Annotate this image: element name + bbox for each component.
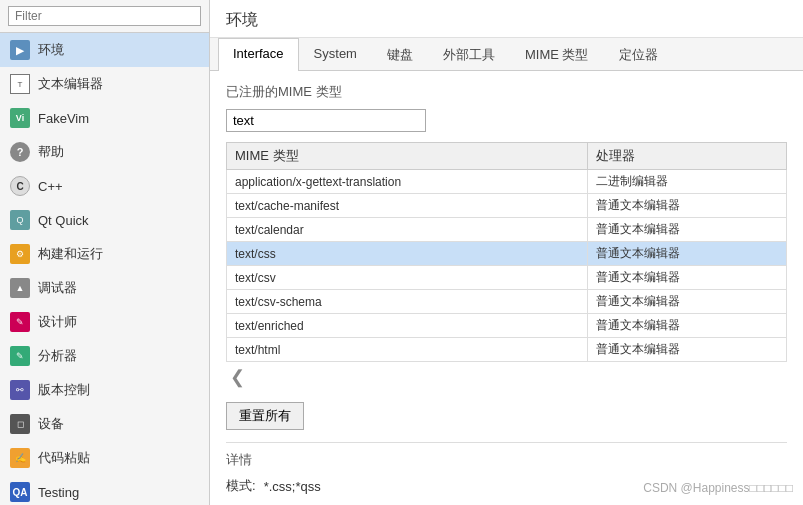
tab-locator[interactable]: 定位器 — [604, 38, 673, 71]
tab-interface[interactable]: Interface — [218, 38, 299, 71]
sidebar-item-texteditor[interactable]: T文本编辑器 — [0, 67, 209, 101]
sidebar-item-testing[interactable]: QATesting — [0, 475, 209, 505]
table-row[interactable]: text/html普通文本编辑器 — [227, 338, 787, 362]
handler-cell: 普通文本编辑器 — [587, 218, 786, 242]
sidebar-item-label-clipboard: 代码粘贴 — [38, 449, 199, 467]
handler-cell: 普通文本编辑器 — [587, 194, 786, 218]
sidebar-item-label-env: 环境 — [38, 41, 199, 59]
tab-bar: InterfaceSystem键盘外部工具MIME 类型定位器 — [210, 38, 803, 71]
content-area: 已注册的MIME 类型 MIME 类型 处理器 application/x-ge… — [210, 71, 803, 505]
main-content: 环境 InterfaceSystem键盘外部工具MIME 类型定位器 已注册的M… — [210, 0, 803, 505]
sidebar-item-device[interactable]: ◻设备 — [0, 407, 209, 441]
mime-cell: text/calendar — [227, 218, 588, 242]
table-row[interactable]: text/csv普通文本编辑器 — [227, 266, 787, 290]
sidebar-item-cpp[interactable]: CC++ — [0, 169, 209, 203]
sidebar-item-label-debug: 调试器 — [38, 279, 199, 297]
sidebar-item-label-build: 构建和运行 — [38, 245, 199, 263]
handler-cell: 普通文本编辑器 — [587, 338, 786, 362]
mime-table: MIME 类型 处理器 application/x-gettext-transl… — [226, 142, 787, 362]
sidebar: ▶环境T文本编辑器ViFakeVim?帮助CC++QQt Quick⚙构建和运行… — [0, 0, 210, 505]
section-registered-mime: 已注册的MIME 类型 — [226, 83, 787, 101]
handler-cell: 二进制编辑器 — [587, 170, 786, 194]
sidebar-item-env[interactable]: ▶环境 — [0, 33, 209, 67]
table-row[interactable]: text/enriched普通文本编辑器 — [227, 314, 787, 338]
handler-col-header: 处理器 — [587, 143, 786, 170]
sidebar-item-clipboard[interactable]: ✍代码粘贴 — [0, 441, 209, 475]
table-row[interactable]: text/css普通文本编辑器 — [227, 242, 787, 266]
tab-keyboard[interactable]: 键盘 — [372, 38, 428, 71]
mime-cell: text/cache-manifest — [227, 194, 588, 218]
reset-button-row: 重置所有 — [226, 394, 787, 430]
handler-cell: 普通文本编辑器 — [587, 266, 786, 290]
handler-cell: 普通文本编辑器 — [587, 290, 786, 314]
search-row — [226, 109, 787, 132]
sidebar-item-build[interactable]: ⚙构建和运行 — [0, 237, 209, 271]
pattern-label: 模式: — [226, 477, 256, 495]
sidebar-item-label-testing: Testing — [38, 485, 199, 500]
sidebar-item-designer[interactable]: ✎设计师 — [0, 305, 209, 339]
pattern-value: *.css;*qss — [264, 479, 321, 494]
detail-title: 详情 — [226, 451, 787, 469]
sidebar-item-qtquick[interactable]: QQt Quick — [0, 203, 209, 237]
scrollbar-row: ❮ — [226, 366, 787, 388]
tab-mime[interactable]: MIME 类型 — [510, 38, 604, 71]
sidebar-item-help[interactable]: ?帮助 — [0, 135, 209, 169]
sidebar-item-label-help: 帮助 — [38, 143, 199, 161]
sidebar-item-vcs[interactable]: ⚯版本控制 — [0, 373, 209, 407]
tab-system[interactable]: System — [299, 38, 372, 71]
mime-cell: text/html — [227, 338, 588, 362]
mime-cell: text/css — [227, 242, 588, 266]
detail-section: 详情 模式: *.css;*qss Magic Header类型范围优先级 — [226, 442, 787, 505]
table-row[interactable]: text/cache-manifest普通文本编辑器 — [227, 194, 787, 218]
filter-box — [0, 0, 209, 33]
sidebar-item-label-cpp: C++ — [38, 179, 199, 194]
table-row[interactable]: text/calendar普通文本编辑器 — [227, 218, 787, 242]
sidebar-item-label-device: 设备 — [38, 415, 199, 433]
reset-button[interactable]: 重置所有 — [226, 402, 304, 430]
sidebar-item-label-vcs: 版本控制 — [38, 381, 199, 399]
handler-cell: 普通文本编辑器 — [587, 314, 786, 338]
sidebar-item-analyzer[interactable]: ✎分析器 — [0, 339, 209, 373]
mime-cell: text/enriched — [227, 314, 588, 338]
table-row[interactable]: application/x-gettext-translation二进制编辑器 — [227, 170, 787, 194]
sidebar-item-label-qtquick: Qt Quick — [38, 213, 199, 228]
handler-cell: 普通文本编辑器 — [587, 242, 786, 266]
page-title: 环境 — [210, 0, 803, 38]
sidebar-item-label-analyzer: 分析器 — [38, 347, 199, 365]
mime-cell: text/csv-schema — [227, 290, 588, 314]
scroll-left-icon[interactable]: ❮ — [226, 366, 249, 388]
sidebar-item-label-designer: 设计师 — [38, 313, 199, 331]
mime-search-input[interactable] — [226, 109, 426, 132]
sidebar-item-fakevim[interactable]: ViFakeVim — [0, 101, 209, 135]
table-row[interactable]: text/csv-schema普通文本编辑器 — [227, 290, 787, 314]
sidebar-item-debug[interactable]: ▲调试器 — [0, 271, 209, 305]
mime-col-header: MIME 类型 — [227, 143, 588, 170]
sidebar-items: ▶环境T文本编辑器ViFakeVim?帮助CC++QQt Quick⚙构建和运行… — [0, 33, 209, 505]
mime-cell: application/x-gettext-translation — [227, 170, 588, 194]
filter-input[interactable] — [8, 6, 201, 26]
tab-external[interactable]: 外部工具 — [428, 38, 510, 71]
sidebar-item-label-texteditor: 文本编辑器 — [38, 75, 199, 93]
pattern-row: 模式: *.css;*qss — [226, 477, 787, 495]
sidebar-item-label-fakevim: FakeVim — [38, 111, 199, 126]
mime-cell: text/csv — [227, 266, 588, 290]
